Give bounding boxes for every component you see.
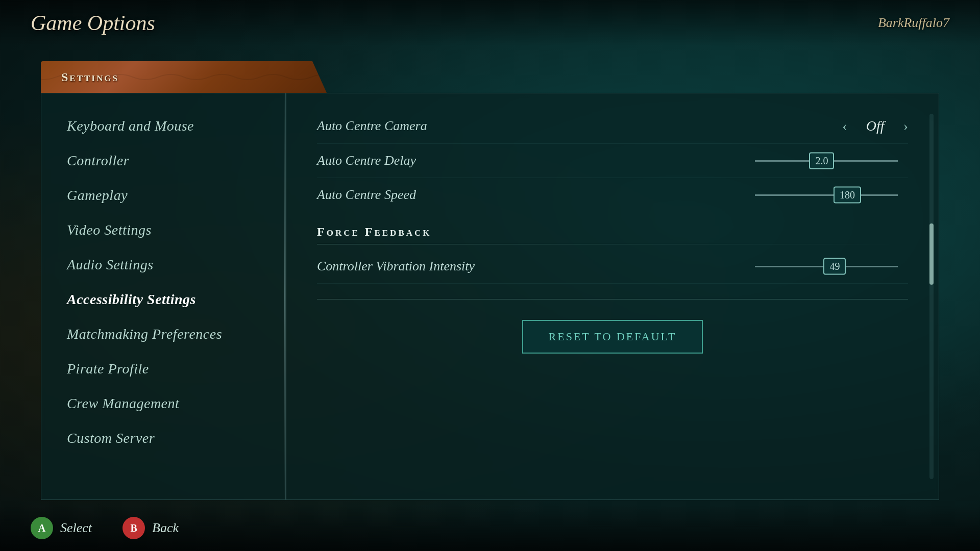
slider-track: 49 [755,266,898,267]
a-button-icon: A [31,517,53,539]
setting-row-auto-centre-speed: Auto Centre Speed 180 [317,178,908,212]
game-title: Game Options [31,11,155,35]
auto-centre-delay-label: Auto Centre Delay [317,153,416,168]
auto-centre-camera-control: ‹ Off › [755,118,908,134]
back-hint: B Back [122,517,179,539]
scrollbar-track[interactable] [929,114,934,479]
main-panel: Settings Keyboard and Mouse Controller G… [41,61,939,500]
sidebar-item-audio-settings[interactable]: Audio Settings [41,247,285,282]
sidebar: Keyboard and Mouse Controller Gameplay V… [41,93,286,499]
setting-row-auto-centre-delay: Auto Centre Delay 2.0 [317,144,908,178]
slider-thumb: 49 [823,258,846,275]
sidebar-item-keyboard-mouse[interactable]: Keyboard and Mouse [41,109,285,143]
b-button-icon: B [122,517,145,539]
force-feedback-section: Force Feedback Controller Vibration Inte… [317,225,908,284]
slider-thumb: 180 [834,187,861,204]
force-feedback-header: Force Feedback [317,225,908,239]
auto-centre-delay-slider[interactable]: 2.0 [755,160,908,162]
reset-to-default-button[interactable]: RESET TO DEFAULT [522,320,703,354]
sidebar-item-matchmaking-preferences[interactable]: Matchmaking Preferences [41,317,285,352]
back-label: Back [152,520,179,536]
sidebar-item-crew-management[interactable]: Crew Management [41,386,285,421]
slider-track: 2.0 [755,160,898,162]
select-hint: A Select [31,517,92,539]
auto-centre-speed-slider[interactable]: 180 [755,194,908,196]
sidebar-item-video-settings[interactable]: Video Settings [41,213,285,247]
content-divider [317,299,908,299]
auto-centre-speed-label: Auto Centre Speed [317,187,416,203]
username: BarkRuffalo7 [878,15,949,31]
sidebar-item-accessibility-settings[interactable]: Accessibility Settings [41,282,285,317]
select-label: Select [60,520,92,536]
content-area: Keyboard and Mouse Controller Gameplay V… [41,93,939,500]
auto-centre-camera-value: Off [855,118,896,134]
header: Game Options BarkRuffalo7 [0,0,980,46]
controller-vibration-slider[interactable]: 49 [755,266,908,267]
setting-row-controller-vibration: Controller Vibration Intensity 49 [317,249,908,284]
setting-row-auto-centre-camera: Auto Centre Camera ‹ Off › [317,109,908,144]
settings-tab-label: Settings [61,70,119,84]
slider-thumb: 2.0 [809,153,834,169]
sidebar-item-pirate-profile[interactable]: Pirate Profile [41,352,285,386]
section-divider [317,244,908,244]
auto-centre-camera-label: Auto Centre Camera [317,118,427,134]
toggle-right-arrow[interactable]: › [903,118,908,134]
slider-track: 180 [755,194,898,196]
controller-vibration-label: Controller Vibration Intensity [317,259,475,274]
right-content: Auto Centre Camera ‹ Off › Auto Centre D… [286,93,939,499]
bottom-bar: A Select B Back [0,505,980,551]
scrollbar-thumb[interactable] [929,223,934,285]
toggle-left-arrow[interactable]: ‹ [842,118,847,134]
sidebar-item-controller[interactable]: Controller [41,143,285,178]
game-title-text: Game Options [31,11,155,35]
sidebar-item-gameplay[interactable]: Gameplay [41,178,285,213]
sidebar-item-custom-server[interactable]: Custom Server [41,421,285,456]
settings-tab-header: Settings [41,61,327,93]
sidebar-divider [284,93,285,499]
